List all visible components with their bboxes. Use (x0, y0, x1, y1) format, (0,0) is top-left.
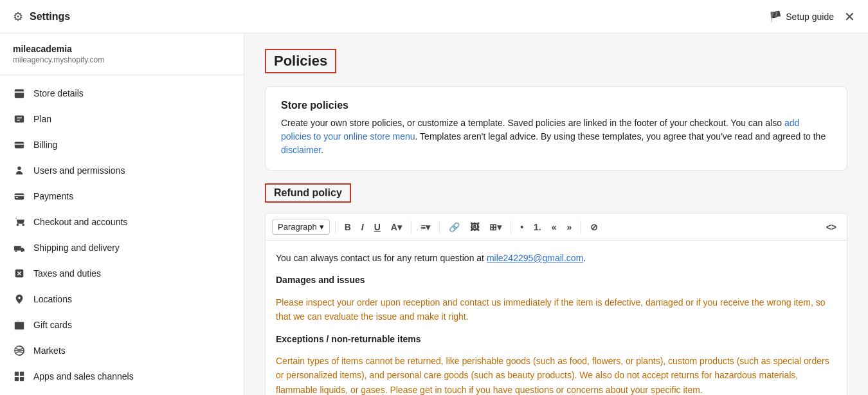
email-link[interactable]: mile242295@gmail.com (487, 253, 583, 263)
svg-rect-5 (14, 246, 21, 250)
markets-icon (13, 344, 26, 357)
user-icon (13, 164, 26, 177)
numbered-list-button[interactable]: 1. (530, 219, 545, 235)
svg-rect-9 (15, 324, 24, 329)
sidebar-item-apps-sales-channels[interactable]: Apps and sales channels (0, 363, 244, 389)
bold-button[interactable]: B (341, 219, 355, 235)
sidebar-item-taxes-duties[interactable]: Taxes and duties (0, 261, 244, 286)
indent-more-button[interactable]: » (563, 219, 576, 235)
location-icon (13, 293, 26, 306)
align-button[interactable]: ≡ ▾ (417, 219, 434, 235)
policy-editor: Paragraph ▾ B I U A ▾ ≡ (265, 213, 847, 395)
editor-toolbar: Paragraph ▾ B I U A ▾ ≡ (266, 214, 847, 241)
account-url: mileagency.myshopify.com (13, 55, 231, 64)
store-policies-card: Store policies Create your own store pol… (265, 86, 847, 170)
desc-part3: . (321, 145, 323, 155)
intro-paragraph: You can always contact us for any return… (276, 251, 836, 265)
sidebar-item-store-details[interactable]: Store details (0, 80, 244, 106)
desc-part2: . Templates aren't legal advice. By usin… (415, 131, 826, 142)
underline-button[interactable]: U (370, 219, 384, 235)
sidebar-item-label: Checkout and accounts (33, 217, 127, 227)
sidebar-item-checkout-accounts[interactable]: Checkout and accounts (0, 209, 244, 235)
store-policies-title: Store policies (281, 100, 831, 111)
page-title-section: Policies (265, 49, 847, 73)
sidebar-item-label: Gift cards (33, 320, 72, 330)
indent-less-button[interactable]: « (548, 219, 561, 235)
sidebar-nav: Store details Plan Billing (0, 75, 244, 395)
toolbar-divider-5 (581, 221, 581, 234)
apps-icon (13, 370, 26, 383)
billing-icon (13, 138, 26, 151)
damages-text: Please inspect your order upon reception… (276, 295, 836, 324)
sidebar-item-label: Plan (33, 114, 51, 124)
no-format-button[interactable]: ⊘ (586, 219, 602, 235)
chevron-down-icon: ▾ (397, 222, 402, 232)
sidebar-item-markets[interactable]: Markets (0, 338, 244, 363)
disclaimer-link[interactable]: disclaimer (281, 145, 321, 155)
refund-policy-section: Refund policy Paragraph ▾ B I U A (265, 183, 847, 395)
taxes-icon (13, 267, 26, 280)
sidebar-item-shipping-delivery[interactable]: Shipping and delivery (0, 235, 244, 261)
damages-title: Damages and issues (276, 273, 836, 287)
sidebar-item-gift-cards[interactable]: Gift cards (0, 312, 244, 338)
font-color-button[interactable]: A ▾ (387, 219, 406, 235)
plan-icon (13, 113, 26, 125)
checkout-icon (13, 216, 26, 228)
close-button[interactable]: ✕ (844, 9, 855, 24)
exceptions-title: Exceptions / non-returnable items (276, 332, 836, 346)
sidebar-item-locations[interactable]: Locations (0, 286, 244, 312)
topbar-title: Settings (30, 11, 70, 23)
paragraph-select[interactable]: Paragraph ▾ (272, 219, 330, 235)
svg-rect-15 (20, 377, 24, 381)
svg-rect-10 (15, 322, 24, 325)
svg-rect-12 (15, 372, 19, 376)
svg-rect-0 (15, 116, 24, 123)
payment-icon (13, 190, 26, 203)
sidebar-item-label: Markets (33, 345, 66, 356)
toolbar-divider-3 (439, 221, 440, 234)
chevron-down-icon: ▾ (426, 222, 430, 232)
sidebar-item-label: Billing (33, 140, 57, 150)
code-view-button[interactable]: <> (822, 219, 840, 235)
bullet-list-button[interactable]: • (516, 219, 527, 235)
topbar-right: 🏴 Setup guide ✕ (769, 9, 855, 24)
chevron-down-icon: ▾ (497, 222, 502, 232)
sidebar-item-payments[interactable]: Payments (0, 183, 244, 209)
svg-point-7 (21, 251, 23, 253)
sidebar-item-users-permissions[interactable]: Users and permissions (0, 158, 244, 183)
toolbar-divider-4 (511, 221, 511, 234)
desc-part1: Create your own store policies, or custo… (281, 118, 784, 128)
sidebar-account: mileacademia mileagency.myshopify.com (0, 33, 244, 75)
refund-policy-title[interactable]: Refund policy (265, 183, 351, 203)
editor-content[interactable]: You can always contact us for any return… (266, 241, 847, 395)
setup-guide-label: Setup guide (786, 12, 834, 22)
topbar: ⚙ Settings 🏴 Setup guide ✕ (0, 0, 868, 33)
image-button[interactable]: 🖼 (466, 219, 483, 235)
sidebar-item-plan[interactable]: Plan (0, 106, 244, 132)
flag-icon: 🏴 (769, 10, 782, 23)
setup-guide-button[interactable]: 🏴 Setup guide (769, 10, 834, 23)
shipping-icon (13, 241, 26, 254)
sidebar-item-domains[interactable]: Domains (0, 389, 244, 395)
topbar-left: ⚙ Settings (13, 10, 70, 24)
svg-rect-13 (20, 372, 24, 376)
gift-icon (13, 318, 26, 331)
sidebar-item-label: Users and permissions (33, 165, 125, 176)
svg-rect-4 (16, 197, 19, 198)
paragraph-label: Paragraph (278, 222, 317, 232)
exceptions-text: Certain types of items cannot be returne… (276, 354, 836, 395)
sidebar-item-label: Shipping and delivery (33, 243, 120, 253)
gear-icon: ⚙ (13, 10, 23, 24)
sidebar: mileacademia mileagency.myshopify.com St… (0, 33, 244, 395)
link-button[interactable]: 🔗 (445, 219, 464, 235)
sidebar-item-label: Store details (33, 88, 84, 98)
table-button[interactable]: ⊞ ▾ (485, 219, 505, 235)
italic-button[interactable]: I (357, 219, 368, 235)
sidebar-item-label: Apps and sales channels (33, 371, 134, 381)
sidebar-item-label: Taxes and duties (33, 268, 101, 279)
svg-point-6 (15, 251, 17, 253)
page-title: Policies (265, 49, 336, 73)
content-area: Policies Store policies Create your own … (244, 33, 868, 395)
toolbar-divider (335, 221, 336, 234)
sidebar-item-billing[interactable]: Billing (0, 132, 244, 158)
